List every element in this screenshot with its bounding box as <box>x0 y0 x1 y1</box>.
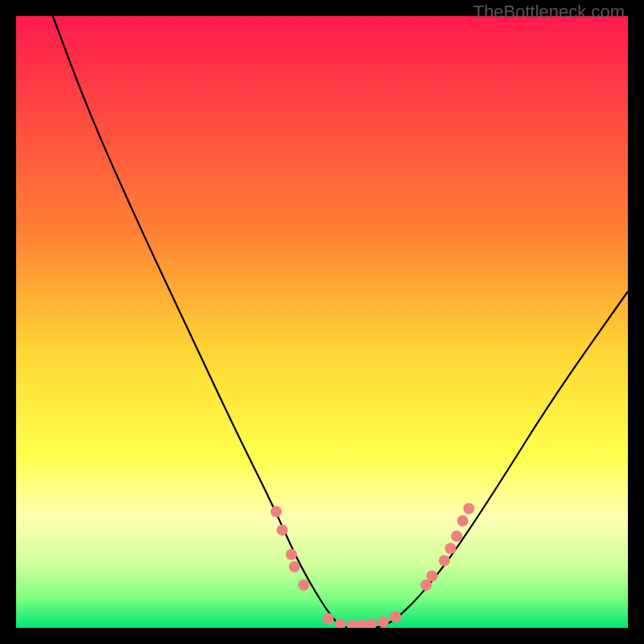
marker-point <box>451 530 462 542</box>
marker-point <box>323 613 334 625</box>
marker-point <box>439 555 450 566</box>
marker-point <box>298 580 309 591</box>
marker-point <box>270 506 282 518</box>
marker-point <box>289 561 300 572</box>
marker-point <box>427 570 438 581</box>
chart-frame: TheBottleneck.com <box>0 0 644 644</box>
watermark-text: TheBottleneck.com <box>473 2 625 23</box>
marker-point <box>445 543 456 554</box>
marker-point <box>277 524 288 535</box>
marker-point <box>457 515 469 526</box>
chart-svg <box>16 16 628 628</box>
marker-point <box>378 616 389 627</box>
marker-point <box>390 611 401 622</box>
marker-point <box>463 503 474 514</box>
gradient-background <box>16 16 628 628</box>
marker-point <box>286 549 297 560</box>
marker-point <box>420 580 431 591</box>
plot-area <box>16 16 628 628</box>
